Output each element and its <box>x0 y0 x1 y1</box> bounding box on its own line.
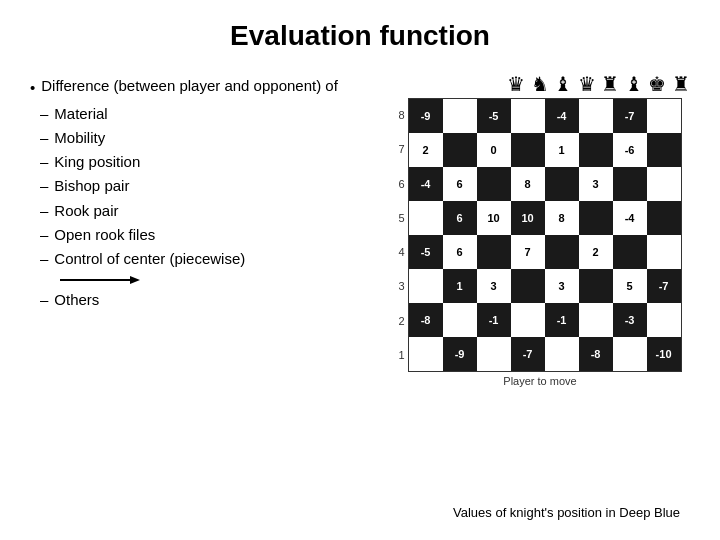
board-cell <box>647 235 681 269</box>
sub-item: –Material <box>40 102 370 125</box>
board-cell <box>545 235 579 269</box>
sub-item: –King position <box>40 150 370 173</box>
rank-label: 8 <box>398 98 404 132</box>
sub-item-text: Control of center (piecewise) <box>54 247 245 270</box>
rank-label: 5 <box>398 201 404 235</box>
board-cell: -8 <box>409 303 443 337</box>
board-cell <box>579 99 613 133</box>
sub-item: –Rook pair <box>40 199 370 222</box>
rank-labels: 87654321 <box>398 98 404 372</box>
rank-label: 7 <box>398 132 404 166</box>
board-cell: -1 <box>545 303 579 337</box>
bullet-dot: • <box>30 77 35 100</box>
board-cell <box>477 337 511 371</box>
board-cell: -8 <box>579 337 613 371</box>
board-cell <box>443 303 477 337</box>
board-cell <box>409 269 443 303</box>
board-cell <box>511 303 545 337</box>
board-cell: -4 <box>545 99 579 133</box>
rank-label: 4 <box>398 235 404 269</box>
arrow-row <box>56 272 370 288</box>
board-cell: -10 <box>647 337 681 371</box>
rank-label: 1 <box>398 338 404 372</box>
board-cell: -1 <box>477 303 511 337</box>
board-cell: 8 <box>545 201 579 235</box>
board-cell: 6 <box>443 235 477 269</box>
board-cell: 1 <box>443 269 477 303</box>
sub-item-text: Open rook files <box>54 223 155 246</box>
sub-item: –Mobility <box>40 126 370 149</box>
board-cell <box>409 201 443 235</box>
board-cell <box>613 235 647 269</box>
page: Evaluation function • Difference (betwee… <box>0 0 720 540</box>
rank-label: 6 <box>398 167 404 201</box>
board-caption: Player to move <box>503 375 576 387</box>
board-cell: 5 <box>613 269 647 303</box>
sub-item: –Bishop pair <box>40 174 370 197</box>
svg-marker-1 <box>130 276 140 284</box>
pieces-row: ♛ ♞ ♝ ♛ ♜ ♝ ♚ ♜ <box>390 72 690 96</box>
board-cell: 3 <box>579 167 613 201</box>
board-cell: 3 <box>477 269 511 303</box>
board-cell <box>579 303 613 337</box>
board-cell: -9 <box>409 99 443 133</box>
dash: – <box>40 150 48 173</box>
board-cell <box>443 133 477 167</box>
board-cell: -4 <box>409 167 443 201</box>
board-cell <box>409 337 443 371</box>
board-cell <box>579 133 613 167</box>
board-wrapper: 87654321 -9-5-4-7201-6-4683610108-4-5672… <box>398 98 681 372</box>
board-grid: -9-5-4-7201-6-4683610108-4-56721335-7-8-… <box>408 98 682 372</box>
board-cell: 6 <box>443 167 477 201</box>
board-cell: 0 <box>477 133 511 167</box>
rank-label: 2 <box>398 304 404 338</box>
dash: – <box>40 102 48 125</box>
sub-item-text: Others <box>54 288 99 311</box>
board-cell <box>477 167 511 201</box>
board-cell: 3 <box>545 269 579 303</box>
sub-item: –Others <box>40 288 370 311</box>
sub-item-text: Material <box>54 102 107 125</box>
board-cell <box>545 167 579 201</box>
board-cell: 10 <box>477 201 511 235</box>
text-section: • Difference (between player and opponen… <box>30 72 370 495</box>
arrow-icon <box>60 272 140 288</box>
board-cell: -7 <box>613 99 647 133</box>
bottom-caption: Values of knight's position in Deep Blue <box>30 505 690 520</box>
board-cell <box>443 99 477 133</box>
sub-item-text: Rook pair <box>54 199 118 222</box>
board-cell <box>579 269 613 303</box>
chess-section: ♛ ♞ ♝ ♛ ♜ ♝ ♚ ♜ 87654321 -9-5-4-7201-6-4… <box>390 72 690 495</box>
dash: – <box>40 126 48 149</box>
board-cell <box>647 303 681 337</box>
dash: – <box>40 223 48 246</box>
board-cell: 2 <box>579 235 613 269</box>
sub-item-text: Bishop pair <box>54 174 129 197</box>
board-cell: -9 <box>443 337 477 371</box>
board-cell: -6 <box>613 133 647 167</box>
board-cell: 8 <box>511 167 545 201</box>
page-title: Evaluation function <box>30 20 690 52</box>
board-cell: -7 <box>647 269 681 303</box>
board-cell <box>511 269 545 303</box>
board-cell <box>613 167 647 201</box>
sub-item: –Open rook files <box>40 223 370 246</box>
sub-item-text: King position <box>54 150 140 173</box>
board-cell: 1 <box>545 133 579 167</box>
board-cell <box>613 337 647 371</box>
board-cell: -3 <box>613 303 647 337</box>
board-cell <box>647 167 681 201</box>
board-cell <box>511 133 545 167</box>
dash: – <box>40 288 48 311</box>
board-cell <box>511 99 545 133</box>
bullet-point: • Difference (between player and opponen… <box>30 77 370 100</box>
board-cell <box>477 235 511 269</box>
board-cell <box>647 99 681 133</box>
sub-item: –Control of center (piecewise) <box>40 247 370 270</box>
board-cell <box>545 337 579 371</box>
board-cell: 7 <box>511 235 545 269</box>
dash: – <box>40 247 48 270</box>
dash: – <box>40 199 48 222</box>
sub-item-text: Mobility <box>54 126 105 149</box>
content-area: • Difference (between player and opponen… <box>30 72 690 495</box>
